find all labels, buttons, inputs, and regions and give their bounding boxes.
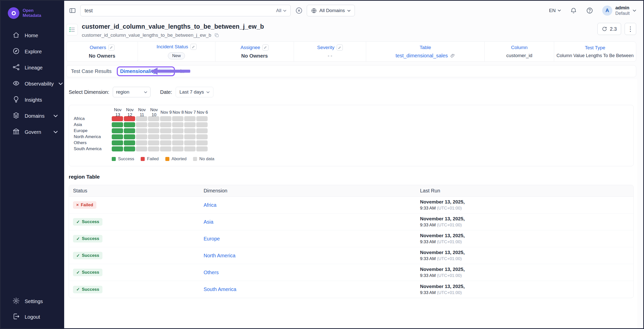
domain-filter-dropdown[interactable]: All Domains [307, 5, 355, 16]
region-table-body: ×Failed Africa November 13, 2025, 9:33 A… [69, 197, 633, 298]
heatmap-cell-nodata [148, 134, 159, 139]
openmetadata-logo[interactable]: Open Metadata [1, 1, 64, 19]
last-run-time: 9:33 AM (UTC+01:00) [420, 223, 633, 228]
column-header-last-run: Last Run [416, 188, 633, 194]
tab-dimensionality[interactable]: Dimensionality Beta [120, 68, 172, 74]
version-button[interactable]: 2.3 [597, 23, 621, 35]
table-section: Table test_dimensional_sales [366, 42, 484, 61]
dimension-link[interactable]: Africa [204, 202, 216, 208]
heatmap-cell-failed [112, 116, 123, 121]
sidebar-footer: Settings Logout [1, 294, 64, 328]
heatmap-cell-nodata [172, 146, 183, 151]
heatmap-cell-nodata [136, 146, 147, 151]
assignee-section: Assignee No Owners [215, 42, 294, 61]
app-window: Open Metadata Home Explore Lineage Obser… [0, 0, 644, 329]
heatmap-cell-nodata [172, 128, 183, 133]
tab-test-case-results[interactable]: Test Case Results [71, 68, 111, 74]
heatmap-row: Europe [74, 128, 633, 134]
incident-status-edit-icon[interactable] [191, 44, 197, 50]
topbar: All All Domains EN [64, 1, 643, 20]
heatmap-cell-nodata [148, 116, 159, 121]
incident-status-badge[interactable]: New [168, 52, 185, 59]
sidebar-item-govern[interactable]: Govern [1, 124, 64, 140]
dimension-select[interactable]: region [113, 87, 150, 97]
dimension-link[interactable]: Asia [204, 219, 213, 225]
sidebar-item-settings[interactable]: Settings [1, 294, 64, 309]
last-run-cell: November 13, 2025, 9:33 AM (UTC+01:00) [416, 216, 633, 228]
region-table-header: Status Dimension Last Run [69, 185, 633, 197]
sidebar-item-logout[interactable]: Logout [1, 309, 64, 325]
heatmap-cell-nodata [136, 128, 147, 133]
sidebar-item-home[interactable]: Home [1, 27, 64, 44]
sidebar-item-insights[interactable]: Insights [1, 92, 64, 108]
sidebar-item-label: Explore [25, 49, 42, 55]
owners-edit-icon[interactable] [108, 45, 115, 51]
table-link[interactable]: test_dimensional_sales [396, 53, 455, 59]
status-icon: × [76, 202, 79, 208]
heatmap-date-label: Nov 7 [184, 110, 196, 115]
notifications-bell-icon[interactable] [570, 7, 577, 14]
main-content: All All Domains EN [64, 1, 643, 328]
sidebar-item-observability[interactable]: Observability [1, 76, 64, 92]
tab-bar: Test Case Results Dimensionality Beta In [66, 65, 636, 77]
legend-item: Aborted [165, 156, 187, 161]
sidebar-item-label: Govern [25, 129, 41, 135]
status-label: Success [82, 236, 99, 241]
dimension-link[interactable]: North America [204, 253, 236, 258]
legend-swatch [112, 157, 116, 161]
chevron-down-icon [54, 131, 58, 134]
assignee-edit-icon[interactable] [262, 45, 269, 51]
global-search[interactable]: All [80, 5, 291, 16]
column-header-status: Status [69, 188, 200, 194]
dimension-link[interactable]: South America [204, 286, 236, 292]
sidebar-item-label: Insights [25, 97, 42, 103]
status-label: Success [82, 270, 99, 275]
status-icon: ✓ [76, 287, 80, 292]
observability-icon [12, 79, 20, 88]
lineage-icon [12, 63, 20, 72]
select-dimension-label: Select Dimension: [69, 89, 109, 95]
dimension-link[interactable]: Others [204, 270, 219, 275]
sidebar-collapse-icon[interactable] [67, 5, 78, 16]
tab-incidents[interactable]: In [180, 68, 184, 74]
search-scope-dropdown[interactable]: All [276, 8, 286, 13]
heatmap-row: Africa [74, 116, 633, 122]
language-dropdown[interactable]: EN [549, 8, 561, 13]
heatmap-cell-nodata [184, 140, 196, 145]
assignee-value: No Owners [241, 53, 268, 59]
heatmap-cell-success [112, 128, 123, 133]
table-row: ✓Success North America November 13, 2025… [69, 247, 633, 264]
sidebar-item-lineage[interactable]: Lineage [1, 60, 64, 76]
copy-icon[interactable] [214, 33, 219, 38]
last-run-date: November 13, 2025, [420, 250, 633, 255]
help-icon[interactable] [586, 7, 593, 14]
heatmap-cell-nodata [136, 122, 147, 127]
sidebar-item-domains[interactable]: Domains [1, 108, 64, 124]
heatmap-cell-nodata [184, 146, 196, 151]
date-label: Date: [160, 89, 172, 95]
status-label: Success [82, 253, 99, 258]
severity-edit-icon[interactable] [337, 45, 343, 51]
table-row: ×Failed Africa November 13, 2025, 9:33 A… [69, 197, 633, 214]
assignee-label: Assignee [241, 45, 260, 50]
sidebar-item-explore[interactable]: Explore [1, 44, 64, 60]
search-input[interactable] [85, 8, 276, 14]
legend-item: Failed [141, 156, 159, 161]
date-range-dropdown[interactable]: Last 7 days [176, 87, 213, 97]
last-run-date: November 13, 2025, [420, 233, 633, 238]
region-table: Status Dimension Last Run ×Failed Africa… [69, 185, 634, 298]
clear-search-icon[interactable] [295, 7, 303, 14]
last-run-cell: November 13, 2025, 9:33 AM (UTC+01:00) [416, 250, 633, 261]
heatmap-cell-nodata [196, 128, 208, 133]
paperclip-icon [450, 53, 455, 58]
heatmap-cell-nodata [184, 128, 196, 133]
user-name: admin [615, 5, 629, 11]
heatmap-row: North America [74, 134, 633, 140]
more-options-button[interactable]: ⋮ [625, 23, 636, 35]
sidebar-item-label: Observability [25, 81, 54, 87]
dimension-link[interactable]: Europe [204, 236, 220, 241]
sidebar-item-label: Home [25, 33, 38, 38]
heatmap-cell-nodata [196, 140, 208, 145]
globe-icon [311, 8, 317, 14]
user-menu[interactable]: A admin Default [602, 5, 636, 16]
